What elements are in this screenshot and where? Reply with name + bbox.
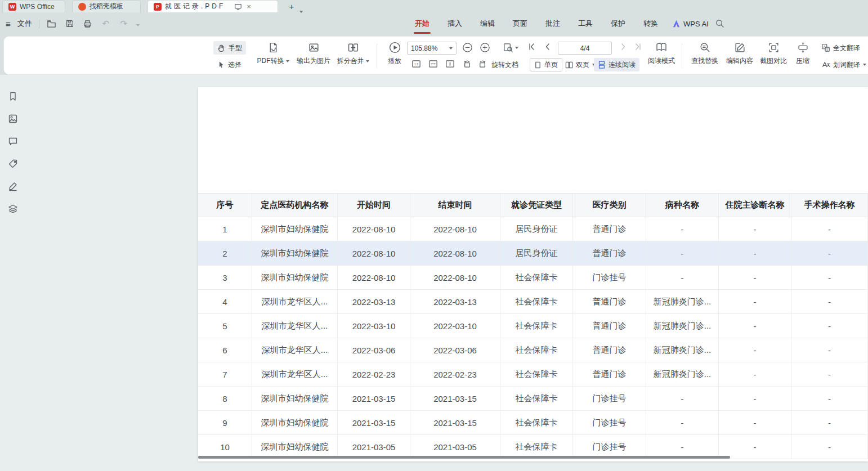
read-mode-button[interactable]: 阅读模式 — [646, 40, 677, 71]
continuous-read-button[interactable]: 连续阅读 — [594, 58, 639, 71]
find-replace-button[interactable]: 查找替换 — [688, 40, 721, 71]
table-cell: 深圳市龙华区人... — [252, 314, 338, 338]
zoom-level-select[interactable]: 105.88% — [407, 42, 457, 55]
full-translate-button[interactable]: A文 全文翻译 — [819, 41, 862, 55]
table-cell: - — [791, 217, 868, 241]
close-tab-icon[interactable]: × — [247, 3, 251, 10]
double-page-icon — [565, 61, 573, 69]
rotate-document-button[interactable]: 旋转文档 — [491, 58, 518, 71]
table-cell: - — [719, 362, 791, 387]
hamburger-menu-icon[interactable]: ≡ — [6, 19, 11, 29]
double-page-button[interactable]: 双页 — [562, 58, 598, 71]
open-file-icon[interactable] — [46, 18, 57, 29]
new-tab-button[interactable]: + — [286, 1, 297, 12]
table-row[interactable]: 7深圳市龙华区人...2022-02-232022-02-23社会保障卡普通门诊… — [198, 362, 868, 387]
rotate-left-button[interactable] — [462, 59, 472, 69]
table-cell: - — [791, 314, 868, 338]
undo-history-caret-icon[interactable] — [136, 19, 140, 29]
fit-zoom-button[interactable] — [503, 42, 518, 53]
pdf-convert-button[interactable]: PDF转换 — [255, 40, 291, 71]
table-row[interactable]: 6深圳市龙华区人...2022-03-062022-03-06社会保障卡普通门诊… — [198, 338, 868, 362]
pdf-page: 序号定点医药机构名称开始时间结束时间就诊凭证类型医疗类别病种名称住院主诊断名称手… — [198, 87, 868, 461]
table-cell: 普通门诊 — [573, 290, 646, 314]
table-header-cell: 医疗类别 — [573, 193, 646, 217]
table-header-cell: 结束时间 — [410, 193, 500, 217]
table-cell: - — [719, 290, 791, 314]
word-translate-button[interactable]: 划词翻译 — [819, 58, 868, 71]
table-row[interactable]: 1深圳市妇幼保健院2022-08-102022-08-10居民身份证普通门诊--… — [198, 217, 868, 241]
thumbnail-icon — [8, 114, 18, 124]
signature-panel-button[interactable] — [7, 180, 19, 192]
file-menu[interactable]: 文件 — [17, 19, 32, 29]
table-row[interactable]: 9深圳市妇幼保健院2021-03-152021-03-15社会保障卡门诊挂号--… — [198, 411, 868, 435]
document-title: 就医记录.PDF — [165, 2, 225, 11]
split-merge-button[interactable]: 拆分合并 — [335, 40, 371, 71]
tab-comment[interactable]: 批注 — [545, 12, 560, 35]
tab-wps-office[interactable]: W WPS Office — [2, 0, 65, 12]
fit-width-button[interactable] — [428, 59, 438, 69]
bookmark-icon — [8, 91, 18, 101]
compress-button[interactable]: 压缩 — [791, 40, 815, 71]
search-icon[interactable] — [715, 19, 724, 28]
zoom-value: 105.88% — [411, 44, 437, 52]
table-cell: - — [791, 241, 868, 266]
layers-panel-button[interactable] — [7, 203, 19, 215]
monitor-icon[interactable] — [234, 3, 242, 11]
thumbnails-panel-button[interactable] — [7, 113, 19, 125]
rotate-right-button[interactable] — [478, 59, 487, 69]
first-page-button[interactable] — [527, 42, 536, 51]
last-page-button[interactable] — [633, 42, 642, 51]
tab-docer-templates[interactable]: 找稻壳模板 — [72, 0, 141, 12]
table-row[interactable]: 5深圳市龙华区人...2022-03-102022-03-10社会保障卡普通门诊… — [198, 314, 868, 338]
tab-home[interactable]: 开始 — [415, 12, 429, 35]
table-cell: 2022-03-06 — [338, 338, 410, 362]
tab-edit[interactable]: 编辑 — [480, 12, 495, 35]
table-cell: 普通门诊 — [573, 314, 646, 338]
edit-content-button[interactable]: 编辑内容 — [723, 40, 756, 71]
print-icon[interactable] — [82, 18, 93, 29]
table-row[interactable]: 8深圳市妇幼保健院2021-03-152021-03-15社会保障卡门诊挂号--… — [198, 387, 868, 411]
table-cell: 社会保障卡 — [500, 387, 573, 411]
play-button[interactable]: 播放 — [382, 40, 407, 71]
table-cell: 1 — [198, 217, 252, 241]
read-mode-icon — [646, 40, 677, 55]
word-translate-icon — [821, 60, 830, 69]
tab-tools[interactable]: 工具 — [578, 12, 593, 35]
attachments-panel-button[interactable] — [7, 158, 19, 170]
table-cell: 2021-03-15 — [410, 387, 500, 411]
horizontal-scrollbar[interactable] — [198, 456, 730, 459]
bookmarks-panel-button[interactable] — [7, 90, 19, 102]
previous-page-button[interactable] — [543, 42, 552, 51]
zoom-out-button[interactable] — [462, 42, 473, 53]
wps-ai-button[interactable]: WPS AI — [672, 12, 709, 35]
tab-document[interactable]: P 就医记录.PDF × — [147, 0, 278, 12]
actual-size-button[interactable]: 1:1 — [411, 59, 421, 69]
hand-icon — [217, 44, 226, 52]
tab-page[interactable]: 页面 — [513, 12, 527, 35]
undo-icon[interactable]: ↶ — [100, 18, 111, 29]
select-tool-button[interactable]: 选择 — [213, 58, 245, 71]
table-row[interactable]: 2深圳市妇幼保健院2022-08-102022-08-10居民身份证普通门诊--… — [198, 241, 868, 266]
pen-icon — [8, 181, 18, 191]
fit-page-button[interactable] — [445, 59, 455, 69]
tab-insert[interactable]: 插入 — [448, 12, 462, 35]
table-cell: - — [719, 241, 791, 266]
tab-protect[interactable]: 保护 — [611, 12, 625, 35]
next-page-button[interactable] — [619, 42, 628, 51]
single-page-button[interactable]: 单页 — [530, 58, 562, 71]
save-icon[interactable] — [64, 18, 75, 29]
hand-tool-button[interactable]: 手型 — [213, 41, 246, 55]
page-indicator-input[interactable]: 4/4 — [558, 42, 612, 55]
table-cell: 2021-03-15 — [338, 411, 410, 435]
export-image-button[interactable]: 输出为图片 — [294, 40, 333, 71]
redo-icon[interactable]: ↷ — [118, 18, 129, 29]
screenshot-compare-button[interactable]: 截图对比 — [757, 40, 790, 71]
cursor-icon — [217, 61, 225, 69]
zoom-in-button[interactable] — [480, 42, 490, 53]
table-row[interactable]: 4深圳市龙华区人...2022-03-132022-03-13社会保障卡普通门诊… — [198, 290, 868, 314]
comments-panel-button[interactable] — [7, 135, 19, 147]
table-cell: 8 — [198, 387, 252, 411]
table-cell: 社会保障卡 — [500, 266, 573, 290]
tab-convert[interactable]: 转换 — [643, 12, 658, 35]
table-row[interactable]: 3深圳市妇幼保健院2022-08-102022-08-10社会保障卡门诊挂号--… — [198, 266, 868, 290]
